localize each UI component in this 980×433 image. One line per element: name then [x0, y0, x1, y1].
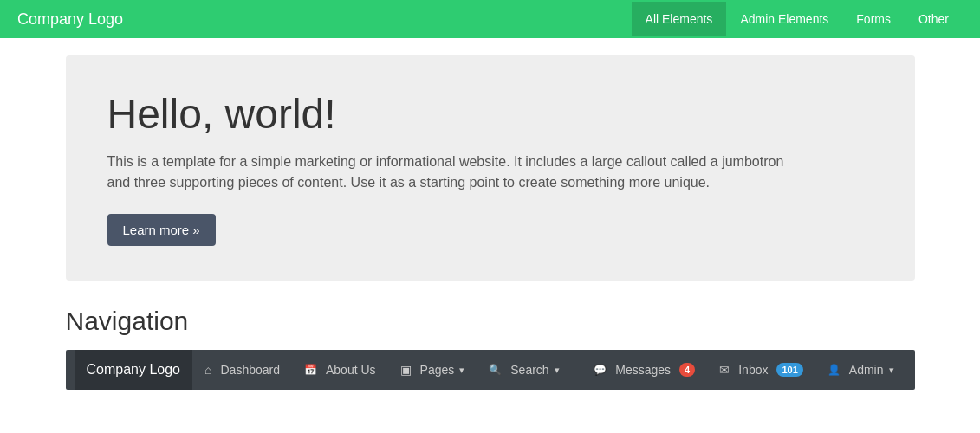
top-navbar: Company Logo All Elements Admin Elements… — [0, 0, 980, 38]
bottom-nav-right: Messages 4 Inbox 101 Admin — [581, 350, 905, 390]
jumbotron: Hello, world! This is a template for a s… — [66, 55, 915, 281]
jumbotron-description: This is a template for a simple marketin… — [107, 152, 801, 193]
bottom-nav-pages[interactable]: Pages — [388, 350, 477, 390]
bottom-navbar: Company Logo Dashboard About Us Pages Se… — [66, 350, 915, 390]
navigation-title: Navigation — [66, 307, 915, 336]
messages-badge: 4 — [679, 363, 695, 377]
bottom-nav-search[interactable]: Search — [477, 350, 571, 390]
bottom-brand: Company Logo — [75, 350, 193, 390]
bottom-nav-messages[interactable]: Messages 4 — [581, 350, 707, 390]
jumbotron-heading: Hello, world! — [107, 90, 873, 138]
main-content: Hello, world! This is a template for a s… — [66, 38, 915, 407]
top-nav-links: All Elements Admin Elements Forms Other — [632, 2, 963, 36]
bottom-nav-inbox[interactable]: Inbox 101 — [707, 350, 815, 390]
bottom-nav-left: Company Logo Dashboard About Us Pages Se… — [75, 350, 572, 390]
top-nav-all-elements[interactable]: All Elements — [632, 2, 727, 36]
top-nav-other[interactable]: Other — [905, 2, 963, 36]
navigation-section: Navigation Company Logo Dashboard About … — [66, 307, 915, 390]
bottom-nav-admin[interactable]: Admin — [815, 350, 906, 390]
learn-more-button[interactable]: Learn more » — [107, 214, 216, 246]
inbox-badge: 101 — [776, 363, 802, 377]
top-brand: Company Logo — [17, 10, 123, 29]
bottom-nav-about-us[interactable]: About Us — [292, 350, 388, 390]
top-nav-admin-elements[interactable]: Admin Elements — [726, 2, 842, 36]
top-nav-forms[interactable]: Forms — [842, 2, 905, 36]
bottom-nav-dashboard[interactable]: Dashboard — [192, 350, 292, 390]
